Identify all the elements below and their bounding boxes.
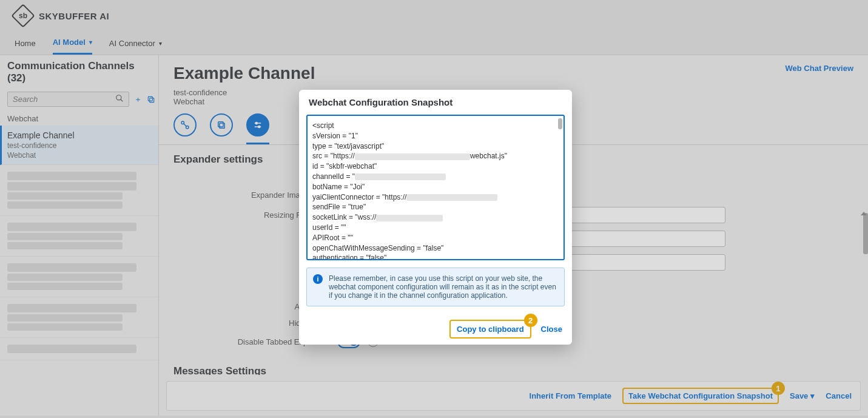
copy-clipboard-button[interactable]: Copy to clipboard 2: [449, 320, 531, 339]
modal-title: Webchat Configuration Snapshot: [299, 90, 572, 115]
snapshot-modal: Webchat Configuration Snapshot <script s…: [299, 90, 572, 345]
scrollbar-thumb[interactable]: [558, 118, 562, 129]
info-message: i Please remember, in case you use this …: [306, 268, 565, 306]
callout-badge-2: 2: [524, 314, 537, 327]
modal-footer: Copy to clipboard 2 Close: [299, 314, 572, 345]
snapshot-code[interactable]: <script sVersion = "1" type = "text/java…: [306, 115, 565, 260]
info-icon: i: [313, 274, 323, 284]
close-button[interactable]: Close: [541, 325, 562, 334]
